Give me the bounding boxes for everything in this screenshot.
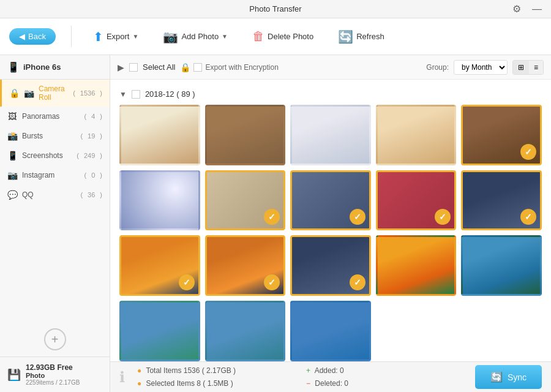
- total-dot: ●: [137, 366, 141, 375]
- photo-check-13: ✓: [350, 274, 365, 290]
- panoramas-icon: 🖼: [7, 111, 17, 121]
- select-all-label[interactable]: Select All: [143, 62, 175, 72]
- photo-cell-7[interactable]: ✓: [205, 170, 286, 231]
- photo-cell-17[interactable]: [205, 301, 286, 361]
- add-photo-icon: 📷: [163, 29, 178, 44]
- photo-check-5: ✓: [520, 144, 536, 160]
- selected-items-label: Selected Items 8 ( 1.5MB ): [146, 379, 233, 388]
- sidebar-item-camera-roll[interactable]: 🔒 📷 Camera Roll (1536): [0, 80, 110, 107]
- group-select[interactable]: by Month by Day by Year: [454, 60, 508, 75]
- deleted-label: Deleted: 0: [315, 379, 348, 388]
- photo-cell-4[interactable]: [376, 105, 457, 165]
- qq-icon: 💬: [7, 190, 17, 200]
- photo-check-7: ✓: [264, 209, 280, 225]
- device-name: 📱 iPhone 6s: [0, 55, 110, 80]
- photo-cell-16[interactable]: [119, 301, 200, 361]
- photo-cell-9[interactable]: ✓: [376, 170, 457, 231]
- deleted-dot: −: [306, 379, 310, 388]
- main-content: 📱 iPhone 6s 🔒 📷 Camera Roll (1536) 🖼 Pan…: [0, 55, 551, 392]
- status-bar: ℹ ● Total Items 1536 ( 2.17GB ) ● Select…: [110, 361, 551, 392]
- selected-dot: ●: [137, 379, 141, 388]
- sidebar-item-screenshots[interactable]: 📱 Screenshots (249): [0, 146, 110, 165]
- refresh-button[interactable]: 🔄 Refresh: [332, 26, 391, 47]
- export-encrypt-button[interactable]: 🔒 Export with Encryption: [180, 62, 278, 72]
- minimize-button[interactable]: —: [529, 2, 545, 16]
- back-arrow-icon: ◀: [19, 32, 25, 41]
- sidebar-items: 🔒 📷 Camera Roll (1536) 🖼 Panoramas (4) 📸…: [0, 80, 110, 322]
- added-label: Added: 0: [315, 366, 344, 375]
- select-all-checkbox[interactable]: [129, 63, 138, 72]
- group-expand-button[interactable]: ▼: [119, 90, 127, 99]
- photo-cell-12[interactable]: ✓: [205, 235, 286, 296]
- photo-cell-13[interactable]: ✓: [290, 235, 371, 296]
- camera-roll-icon: 🔒: [9, 88, 19, 98]
- encrypt-checkbox[interactable]: [193, 63, 202, 72]
- group-label: Group:: [426, 63, 449, 72]
- sync-icon: 🔄: [490, 371, 503, 383]
- photo-cell-15[interactable]: [461, 235, 542, 296]
- view-toggle: ⊞ ≡: [512, 60, 544, 75]
- photo-cell-10[interactable]: ✓: [461, 170, 542, 231]
- settings-button[interactable]: ⚙: [509, 2, 524, 16]
- group-title: 2018-12 ( 89 ): [145, 89, 195, 99]
- sidebar: 📱 iPhone 6s 🔒 📷 Camera Roll (1536) 🖼 Pan…: [0, 55, 110, 392]
- photo-cell-3[interactable]: [290, 105, 371, 165]
- toolbar-separator: [71, 26, 72, 47]
- export-button[interactable]: ⬆ Export ▼: [87, 26, 144, 47]
- photo-check-9: ✓: [435, 209, 451, 225]
- photo-content[interactable]: ▼ 2018-12 ( 89 ) ✓✓✓✓✓✓✓✓: [110, 80, 551, 361]
- photo-cell-14[interactable]: [376, 235, 457, 296]
- add-dropdown-arrow: ▼: [222, 33, 228, 40]
- camera-icon: 📷: [24, 88, 34, 98]
- photo-cell-5[interactable]: ✓: [461, 105, 542, 165]
- status-changes: + Added: 0 − Deleted: 0: [306, 364, 463, 390]
- photo-check-10: ✓: [520, 209, 536, 225]
- lock-icon: 🔒: [180, 62, 190, 72]
- sub-toolbar: ▶ Select All 🔒 Export with Encryption Gr…: [110, 55, 551, 80]
- photo-grid: ✓✓✓✓✓✓✓✓: [119, 105, 542, 361]
- photo-cell-11[interactable]: ✓: [119, 235, 200, 296]
- photo-check-8: ✓: [350, 209, 365, 225]
- export-icon: ⬆: [93, 29, 103, 44]
- delete-photo-button[interactable]: 🗑 Delete Photo: [246, 26, 320, 47]
- sidebar-item-bursts[interactable]: 📸 Bursts (19): [0, 126, 110, 146]
- collapse-button[interactable]: ▶: [118, 62, 124, 72]
- photo-cell-18[interactable]: [290, 301, 371, 361]
- photo-cell-6[interactable]: [119, 170, 200, 231]
- refresh-icon: 🔄: [338, 29, 353, 44]
- screenshots-icon: 📱: [7, 151, 17, 160]
- sync-button[interactable]: 🔄 Sync: [475, 365, 542, 389]
- photo-group-header: ▼ 2018-12 ( 89 ): [119, 86, 542, 105]
- total-items-label: Total Items 1536 ( 2.17GB ): [146, 366, 236, 375]
- photo-cell-2[interactable]: [205, 105, 286, 165]
- title-bar: Photo Transfer ⚙ —: [0, 0, 551, 18]
- status-info-icon: ℹ: [119, 369, 125, 386]
- list-view-button[interactable]: ≡: [529, 61, 543, 74]
- photo-cell-8[interactable]: ✓: [290, 170, 371, 231]
- storage-icon: 💾: [7, 368, 21, 382]
- sidebar-item-instagram[interactable]: 📷 Instagram (0): [0, 165, 110, 185]
- delete-photo-icon: 🗑: [252, 29, 264, 43]
- bursts-icon: 📸: [7, 131, 17, 141]
- instagram-icon: 📷: [7, 170, 17, 180]
- photo-check-12: ✓: [264, 274, 280, 290]
- export-dropdown-arrow: ▼: [132, 33, 138, 40]
- sidebar-item-qq[interactable]: 💬 QQ (36): [0, 185, 110, 205]
- storage-info: 💾 12.93GB Free Photo 2259items / 2.17GB: [0, 356, 110, 392]
- group-checkbox[interactable]: [132, 90, 140, 99]
- sidebar-item-panoramas[interactable]: 🖼 Panoramas (4): [0, 107, 110, 126]
- grid-view-button[interactable]: ⊞: [513, 61, 529, 74]
- back-button[interactable]: ◀ Back: [9, 28, 56, 45]
- added-dot: +: [306, 366, 310, 375]
- device-icon: 📱: [7, 61, 20, 73]
- toolbar: ◀ Back ⬆ Export ▼ 📷 Add Photo ▼ 🗑 Delete…: [0, 18, 551, 55]
- add-photo-button[interactable]: 📷 Add Photo ▼: [157, 26, 234, 47]
- status-text: ● Total Items 1536 ( 2.17GB ) ● Selected…: [137, 364, 294, 390]
- photo-check-11: ✓: [179, 274, 195, 290]
- app-title: Photo Transfer: [186, 4, 365, 13]
- photo-area: ▶ Select All 🔒 Export with Encryption Gr…: [110, 55, 551, 392]
- add-album-button[interactable]: +: [44, 328, 66, 350]
- photo-cell-1[interactable]: [119, 105, 200, 165]
